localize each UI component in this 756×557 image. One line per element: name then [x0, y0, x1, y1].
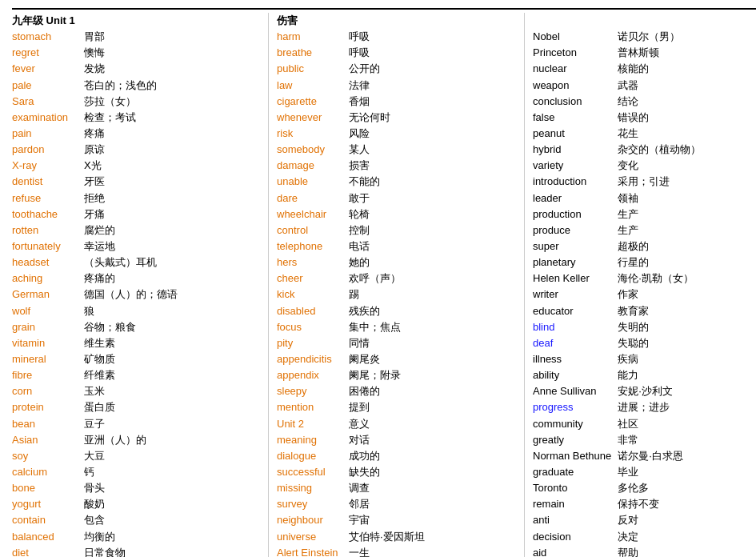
word-en: pale — [12, 78, 78, 94]
word-zh: 生产 — [618, 206, 707, 222]
word-zh: 蛋白质 — [84, 399, 178, 415]
word-zh: 多伦多 — [618, 480, 707, 496]
word-en: public — [277, 61, 342, 77]
word-zh: 意义 — [349, 416, 430, 432]
word-en: telephone — [277, 238, 342, 254]
word-en: law — [277, 78, 342, 94]
word-en: appendicitis — [277, 351, 342, 367]
word-zh: 她的 — [349, 254, 430, 270]
page-container: 九年级 Unit 1 stomach regret fever pale Sar… — [12, 8, 756, 557]
word-zh: 不能的 — [349, 174, 430, 190]
word-en: Princeton — [533, 45, 611, 61]
word-en: whenever — [277, 110, 342, 126]
word-zh: 帮助 — [618, 545, 707, 557]
col-en-2: 伤害 harm breathe public law cigarette whe… — [277, 13, 349, 557]
word-en: variety — [533, 158, 611, 174]
word-en: remain — [533, 496, 611, 512]
word-en: balanced — [12, 529, 78, 545]
word-zh: 成功的 — [349, 448, 430, 464]
word-en: German — [12, 287, 78, 303]
word-zh: 无论何时 — [349, 110, 430, 126]
word-en: stomach — [12, 29, 78, 45]
word-zh: 香烟 — [349, 94, 430, 110]
word-en: appendix — [277, 367, 342, 383]
word-en: deaf — [533, 335, 611, 351]
word-zh: 核能的 — [618, 61, 707, 77]
word-zh: 踢 — [349, 287, 430, 303]
word-zh: 阑尾炎 — [349, 351, 430, 367]
word-en: meaning — [277, 432, 342, 448]
word-zh: 德国（人）的；德语 — [84, 287, 178, 303]
word-zh: 疾病 — [618, 351, 707, 367]
word-en: harm — [277, 29, 342, 45]
word-en: Helen Keller — [533, 270, 611, 287]
word-en: greatly — [533, 432, 611, 448]
word-en: wolf — [12, 303, 78, 319]
top-border — [12, 8, 756, 10]
word-zh: 包含 — [84, 512, 178, 528]
word-en: Norman Bethune — [533, 448, 611, 464]
word-zh: 呼吸 — [349, 45, 430, 61]
word-en: educator — [533, 303, 611, 319]
word-en: aid — [533, 545, 611, 557]
header-unit1: 九年级 Unit 1 — [12, 13, 78, 29]
word-zh: 维生素 — [84, 335, 178, 351]
col-zh-1: x 胃部 懊悔 发烧 苍白的；浅色的 莎拉（女） 检查；考试 疼痛 原谅 X光 … — [84, 13, 184, 557]
word-en: survey — [277, 496, 342, 512]
word-en: disabled — [277, 303, 342, 319]
word-zh: 生产 — [618, 222, 707, 238]
word-zh: 控制 — [349, 222, 430, 238]
word-en: kick — [277, 287, 342, 303]
word-en: nuclear — [533, 61, 611, 77]
word-en: focus — [277, 319, 342, 335]
word-en: somebody — [277, 142, 342, 158]
word-zh: 普林斯顿 — [618, 45, 707, 61]
word-en: bean — [12, 416, 78, 432]
word-en: illness — [533, 351, 611, 367]
word-en: yogurt — [12, 496, 78, 512]
word-en: Alert Einstein — [277, 545, 342, 557]
word-zh: X光 — [84, 158, 178, 174]
word-zh: 非常 — [618, 432, 707, 448]
word-zh: 莎拉（女） — [84, 94, 178, 110]
word-en: leader — [533, 190, 611, 206]
word-en: damage — [277, 158, 342, 174]
word-en: introduction — [533, 174, 611, 190]
word-en: regret — [12, 45, 78, 61]
word-en: corn — [12, 383, 78, 399]
word-zh: 领袖 — [618, 190, 707, 206]
word-en: production — [533, 206, 611, 222]
word-zh: 某人 — [349, 142, 430, 158]
word-en: wheelchair — [277, 206, 342, 222]
word-zh: 酸奶 — [84, 496, 178, 512]
word-zh: 纤维素 — [84, 367, 178, 383]
word-en: writer — [533, 287, 611, 303]
word-en: unable — [277, 174, 342, 190]
word-en: ability — [533, 367, 611, 383]
word-zh: 缺失的 — [349, 464, 430, 480]
word-zh: 骨头 — [84, 480, 178, 496]
word-zh: 公开的 — [349, 61, 430, 77]
word-en: rotten — [12, 222, 78, 238]
word-zh: 疼痛的 — [84, 270, 178, 287]
word-en: breathe — [277, 45, 342, 61]
word-en: conclusion — [533, 94, 611, 110]
col-en-3: x Nobel Princeton nuclear weapon conclus… — [533, 13, 618, 557]
unit2-label: Unit 2 — [277, 416, 342, 432]
word-zh: 法律 — [349, 78, 430, 94]
word-zh: 狼 — [84, 303, 178, 319]
word-en: dialogue — [277, 448, 342, 464]
word-zh: 懊悔 — [84, 45, 178, 61]
word-zh: 残疾的 — [349, 303, 430, 319]
word-zh: 能力 — [618, 367, 707, 383]
word-zh: 检查；考试 — [84, 110, 178, 126]
word-en: hers — [277, 254, 342, 270]
word-zh: 诺贝尔（男） — [618, 29, 707, 45]
word-en: hybrid — [533, 142, 611, 158]
word-en: anti — [533, 512, 611, 528]
word-en: cheer — [277, 270, 342, 287]
word-zh: 敢于 — [349, 190, 430, 206]
word-zh: 电话 — [349, 238, 430, 254]
word-en: successful — [277, 464, 342, 480]
word-en: produce — [533, 222, 611, 238]
